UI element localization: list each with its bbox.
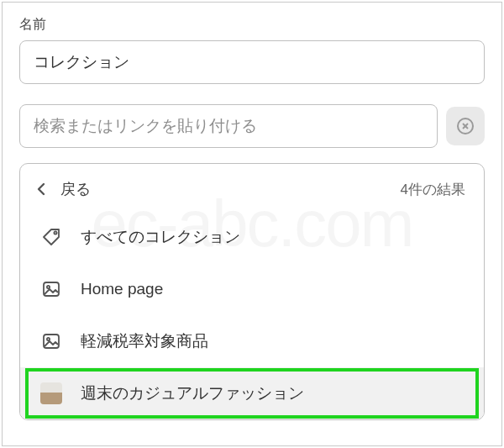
result-item-label: すべてのコレクション — [81, 226, 240, 248]
svg-point-7 — [47, 338, 50, 340]
results-dropdown: 戻る 4件の結果 すべてのコレクション Home page — [19, 163, 485, 420]
result-item-label: Home page — [81, 280, 163, 298]
back-label: 戻る — [60, 179, 91, 199]
close-circle-icon — [455, 116, 475, 136]
result-item-label: 週末のカジュアルファッション — [81, 382, 304, 404]
chevron-left-icon — [35, 182, 47, 197]
panel: ec-abc.com 名前 戻る — [2, 2, 502, 446]
name-field-label: 名前 — [19, 16, 485, 34]
result-item-home-page[interactable]: Home page — [20, 263, 484, 315]
svg-rect-4 — [44, 282, 59, 296]
svg-point-3 — [54, 231, 56, 234]
results-count: 4件の結果 — [401, 180, 465, 199]
search-row — [19, 104, 485, 148]
image-icon — [40, 330, 62, 352]
name-input[interactable] — [19, 40, 485, 84]
clear-search-button[interactable] — [446, 107, 485, 145]
result-item-weekend-casual[interactable]: 週末のカジュアルファッション — [20, 367, 484, 419]
result-thumbnail — [40, 382, 62, 404]
svg-rect-6 — [44, 335, 59, 348]
tag-icon — [40, 226, 62, 248]
search-input[interactable] — [19, 104, 438, 148]
result-item-reduced-tax[interactable]: 軽減税率対象商品 — [20, 315, 484, 367]
back-button[interactable]: 戻る — [35, 179, 91, 199]
svg-point-5 — [47, 286, 50, 288]
result-item-label: 軽減税率対象商品 — [81, 330, 208, 352]
dropdown-header: 戻る 4件の結果 — [20, 164, 484, 211]
result-item-all-collections[interactable]: すべてのコレクション — [20, 211, 484, 263]
image-icon — [40, 278, 62, 300]
